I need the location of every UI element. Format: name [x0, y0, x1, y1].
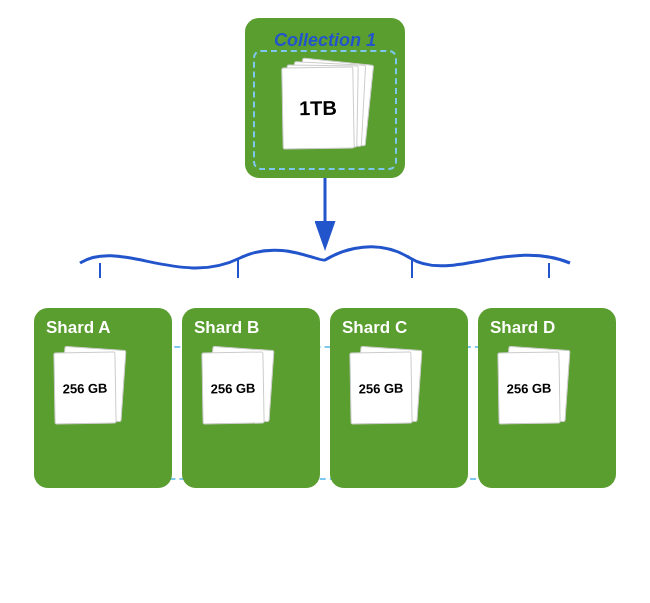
shard-d-title: Shard D: [488, 318, 555, 338]
shard-box-b: Shard B 256 GB: [182, 308, 320, 488]
shard-d-pages: 256 GB: [494, 348, 574, 430]
shard-d-size: 256 GB: [506, 380, 551, 396]
pages-stack: 1TB: [280, 61, 370, 156]
shard-a-title: Shard A: [44, 318, 111, 338]
shard-b-title: Shard B: [192, 318, 259, 338]
arrow-svg: [0, 178, 650, 308]
shard-d-page-front: 256 GB: [497, 351, 560, 424]
shard-box-d: Shard D 256 GB: [478, 308, 616, 488]
collection-box: Collection 1 1TB: [245, 18, 405, 178]
shard-a-page-front: 256 GB: [53, 351, 116, 424]
shards-section: Collection 1 Shard A 256 GB Shard B: [10, 308, 640, 488]
shard-a-pages: 256 GB: [50, 348, 130, 430]
shard-b-size: 256 GB: [210, 380, 255, 396]
collection-title: Collection 1: [274, 30, 376, 51]
shard-b-pages: 256 GB: [198, 348, 278, 430]
page-front: 1TB: [281, 66, 354, 149]
shard-c-size: 256 GB: [358, 380, 403, 396]
diagram-container: Collection 1 1TB: [0, 0, 650, 603]
shard-a-size: 256 GB: [62, 380, 107, 396]
shard-c-page-front: 256 GB: [349, 351, 412, 424]
top-collection-size: 1TB: [299, 96, 337, 120]
shard-box-a: Shard A 256 GB: [34, 308, 172, 488]
shard-c-title: Shard C: [340, 318, 407, 338]
shard-b-page-front: 256 GB: [201, 351, 264, 424]
shards-wrapper: Collection 1 Shard A 256 GB Shard B: [30, 308, 620, 488]
top-section: Collection 1 1TB: [245, 18, 405, 178]
shard-c-pages: 256 GB: [346, 348, 426, 430]
shard-box-c: Shard C 256 GB: [330, 308, 468, 488]
